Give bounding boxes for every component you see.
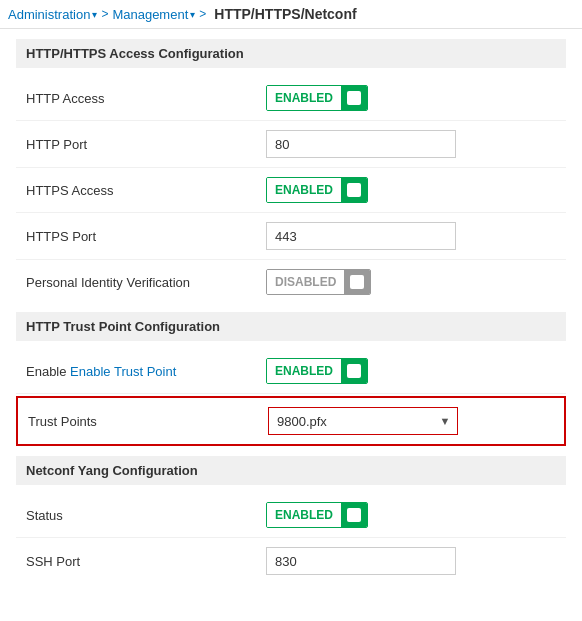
status-toggle-inner — [347, 508, 361, 522]
https-port-input[interactable] — [266, 222, 456, 250]
piv-row: Personal Identity Verification DISABLED — [16, 260, 566, 304]
piv-toggle-label: DISABLED — [267, 270, 344, 294]
breadcrumb-management-link[interactable]: Management — [112, 7, 188, 22]
piv-control: DISABLED — [266, 269, 556, 295]
piv-label: Personal Identity Verification — [26, 275, 266, 290]
http-port-input[interactable] — [266, 130, 456, 158]
netconf-section: Netconf Yang Configuration Status ENABLE… — [16, 456, 566, 584]
breadcrumb-management-chevron: ▾ — [190, 9, 195, 20]
trust-point-section-header: HTTP Trust Point Configuration — [16, 312, 566, 341]
status-toggle[interactable]: ENABLED — [266, 502, 368, 528]
enable-trust-point-toggle[interactable]: ENABLED — [266, 358, 368, 384]
trust-points-control: 9800.pfx ▼ — [268, 407, 554, 435]
https-access-control: ENABLED — [266, 177, 556, 203]
http-port-control — [266, 130, 556, 158]
trust-points-label: Trust Points — [28, 414, 268, 429]
http-access-toggle-inner — [347, 91, 361, 105]
breadcrumb-current: HTTP/HTTPS/Netconf — [214, 6, 356, 22]
enable-trust-point-toggle-inner — [347, 364, 361, 378]
ssh-port-control — [266, 547, 556, 575]
https-access-toggle[interactable]: ENABLED — [266, 177, 368, 203]
status-toggle-label: ENABLED — [267, 503, 341, 527]
http-port-row: HTTP Port — [16, 121, 566, 168]
https-port-label: HTTPS Port — [26, 229, 266, 244]
http-access-toggle-label: ENABLED — [267, 86, 341, 110]
https-access-toggle-inner — [347, 183, 361, 197]
trust-point-link[interactable]: Enable Trust Point — [70, 364, 176, 379]
piv-toggle-inner — [350, 275, 364, 289]
http-access-label: HTTP Access — [26, 91, 266, 106]
http-access-toggle[interactable]: ENABLED — [266, 85, 368, 111]
https-port-row: HTTPS Port — [16, 213, 566, 260]
breadcrumb-admin-chevron: ▾ — [92, 9, 97, 20]
status-label: Status — [26, 508, 266, 523]
status-toggle-switch — [341, 502, 367, 528]
breadcrumb-admin-link[interactable]: Administration — [8, 7, 90, 22]
https-access-toggle-label: ENABLED — [267, 178, 341, 202]
https-access-toggle-switch — [341, 177, 367, 203]
ssh-port-row: SSH Port — [16, 538, 566, 584]
http-access-row: HTTP Access ENABLED — [16, 76, 566, 121]
piv-toggle[interactable]: DISABLED — [266, 269, 371, 295]
http-port-label: HTTP Port — [26, 137, 266, 152]
http-https-section: HTTP/HTTPS Access Configuration HTTP Acc… — [16, 39, 566, 304]
breadcrumb-sep2: > — [199, 7, 206, 21]
breadcrumb: Administration ▾ > Management ▾ > HTTP/H… — [0, 0, 582, 29]
http-access-control: ENABLED — [266, 85, 556, 111]
trust-points-select[interactable]: 9800.pfx — [269, 408, 457, 434]
main-content: HTTP/HTTPS Access Configuration HTTP Acc… — [0, 29, 582, 594]
https-access-label: HTTPS Access — [26, 183, 266, 198]
enable-trust-point-toggle-label: ENABLED — [267, 359, 341, 383]
trust-points-select-wrap: 9800.pfx ▼ — [268, 407, 458, 435]
netconf-section-header: Netconf Yang Configuration — [16, 456, 566, 485]
https-access-row: HTTPS Access ENABLED — [16, 168, 566, 213]
enable-trust-point-control: ENABLED — [266, 358, 556, 384]
enable-trust-point-label: Enable Enable Trust Point — [26, 364, 266, 379]
trust-points-row: Trust Points 9800.pfx ▼ — [16, 396, 566, 446]
trust-point-section: HTTP Trust Point Configuration Enable En… — [16, 312, 566, 446]
https-port-control — [266, 222, 556, 250]
status-row: Status ENABLED — [16, 493, 566, 538]
ssh-port-label: SSH Port — [26, 554, 266, 569]
http-access-toggle-switch — [341, 85, 367, 111]
http-https-section-header: HTTP/HTTPS Access Configuration — [16, 39, 566, 68]
piv-toggle-switch — [344, 269, 370, 295]
enable-trust-point-toggle-switch — [341, 358, 367, 384]
enable-trust-point-row: Enable Enable Trust Point ENABLED — [16, 349, 566, 394]
breadcrumb-sep1: > — [101, 7, 108, 21]
ssh-port-input[interactable] — [266, 547, 456, 575]
status-control: ENABLED — [266, 502, 556, 528]
